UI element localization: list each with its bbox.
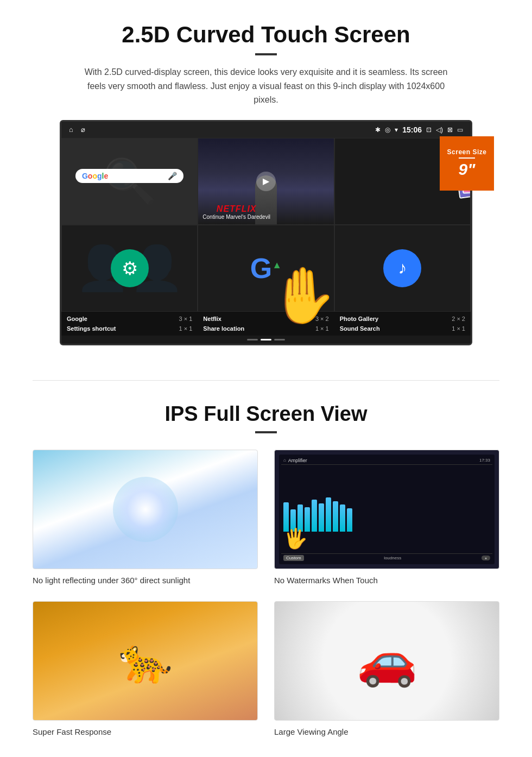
location-icon: ◎: [385, 126, 390, 134]
google-label-size: 3 × 1: [179, 316, 193, 322]
google-mic-icon[interactable]: 🎤: [168, 172, 177, 180]
sound-search-cell[interactable]: ♪: [334, 225, 471, 312]
section1-description: With 2.5D curved-display screen, this de…: [81, 65, 451, 107]
features-grid: No light reflecting under 360° direct su…: [33, 450, 499, 736]
section-divider: [33, 380, 499, 381]
amp-footer: Custom loudness ●: [281, 553, 492, 562]
amp-custom-label: Custom: [283, 555, 304, 561]
settings-label-name: Settings shortcut: [67, 325, 116, 332]
badge-size: 9": [459, 160, 476, 179]
netflix-play-button[interactable]: ▶: [256, 172, 276, 191]
feature-watermarks: ⌂ Amplifier 17:33 🖐 Custom loudness ●: [274, 450, 499, 585]
amp-title: Amplifier: [288, 458, 307, 463]
page-dot-1: [247, 339, 258, 340]
cheetah-icon: 🐆: [118, 635, 173, 686]
settings-inner: ⚙: [62, 225, 197, 311]
share-inner: G▲ 🤚: [198, 225, 333, 311]
car-icon: 🚗: [357, 632, 417, 689]
home-icon: ⌂: [69, 125, 73, 134]
title-divider: [255, 53, 277, 55]
feature-sunlight: No light reflecting under 360° direct su…: [33, 450, 258, 585]
badge-divider: [459, 157, 475, 159]
feature-fast: 🐆 Super Fast Response: [33, 601, 258, 736]
netflix-app-cell[interactable]: ▶ NETFLIX Continue Marvel's Daredevil: [198, 138, 334, 225]
amp-bar: [340, 504, 345, 532]
gallery-label-name: Photo Gallery: [340, 316, 379, 322]
amp-loudness-label: loudness: [384, 556, 401, 560]
watermarks-caption: No Watermarks When Touch: [274, 576, 499, 585]
netflix-logo: NETFLIX: [202, 204, 270, 214]
amp-home-icon: ⌂: [283, 458, 286, 463]
section-ips: IPS Full Screen View No light reflecting…: [0, 402, 532, 757]
gallery-label: Photo Gallery 2 × 2: [334, 314, 471, 324]
google-search-bar[interactable]: Google 🎤: [75, 169, 183, 183]
camera-icon: ⊡: [426, 126, 432, 134]
amp-bar: [326, 497, 331, 532]
device-screen: ⌂ ⌀ ✱ ◎ ▾ 15:06 ⊡ ◁) ⊠ ▭ 🔍: [60, 120, 472, 345]
sound-label-name: Sound Search: [340, 325, 380, 332]
section1-title: 2.5D Curved Touch Screen: [33, 22, 499, 48]
sunlight-image: [33, 450, 258, 569]
amp-toggle[interactable]: ●: [482, 556, 490, 560]
section2-title: IPS Full Screen View: [33, 402, 499, 426]
status-bar-left: ⌂ ⌀: [69, 125, 85, 134]
settings-icon-circle: ⚙: [111, 249, 149, 287]
feature-view-angle: 🚗 Large Viewing Angle: [274, 601, 499, 736]
app-grid: 🔍 Google 🎤 ▶: [61, 138, 471, 312]
netflix-label-name: Netflix: [203, 316, 221, 322]
amp-time: 17:33: [479, 458, 490, 463]
section-curved-screen: 2.5D Curved Touch Screen With 2.5D curve…: [0, 0, 532, 358]
hand-pointer-icon: 🤚: [269, 263, 337, 327]
amp-hand-icon: 🖐: [283, 527, 308, 550]
badge-title: Screen Size: [447, 148, 487, 156]
bluetooth-icon: ✱: [375, 126, 381, 134]
volume-icon: ◁): [436, 126, 443, 134]
page-dot-2: [261, 339, 271, 340]
usb-icon: ⌀: [81, 125, 85, 134]
google-inner: Google 🎤: [62, 138, 197, 224]
status-bar: ⌂ ⌀ ✱ ◎ ▾ 15:06 ⊡ ◁) ⊠ ▭: [61, 122, 471, 138]
amplifier-image: ⌂ Amplifier 17:33 🖐 Custom loudness ●: [274, 450, 499, 569]
music-note-icon: ♪: [398, 258, 407, 278]
share-location-cell[interactable]: G▲ 🤚: [198, 225, 334, 312]
google-logo: Google: [82, 172, 108, 180]
sound-label-size: 1 × 1: [452, 325, 465, 332]
settings-label: Settings shortcut 1 × 1: [61, 324, 198, 333]
amp-bar: [312, 500, 317, 532]
google-label-name: Google: [67, 316, 87, 322]
fast-caption: Super Fast Response: [33, 727, 258, 736]
amp-bar: [347, 508, 352, 532]
google-app-cell[interactable]: 🔍 Google 🎤: [61, 138, 198, 225]
netflix-overlay: NETFLIX Continue Marvel's Daredevil: [198, 200, 275, 224]
amp-bars: [281, 467, 492, 532]
settings-shortcut-cell[interactable]: 👤👤 ⚙: [61, 225, 198, 312]
screen-size-badge: Screen Size 9": [440, 136, 494, 191]
share-label-name: Share location: [203, 325, 244, 332]
page-indicator: [61, 336, 471, 344]
amp-bar: [319, 503, 324, 532]
close-icon: ⊠: [447, 126, 453, 134]
window-icon: ▭: [457, 126, 463, 134]
view-angle-caption: Large Viewing Angle: [274, 727, 499, 736]
status-time: 15:06: [402, 125, 422, 134]
amp-hand-area: 🖐: [281, 533, 492, 551]
wifi-icon: ▾: [395, 126, 398, 134]
gear-icon: ⚙: [122, 257, 138, 279]
cheetah-image: 🐆: [33, 601, 258, 721]
sound-icon-circle: ♪: [383, 249, 421, 287]
sound-label: Sound Search 1 × 1: [334, 324, 471, 333]
settings-label-size: 1 × 1: [179, 325, 193, 332]
status-bar-right: ✱ ◎ ▾ 15:06 ⊡ ◁) ⊠ ▭: [375, 125, 463, 134]
sound-inner: ♪: [335, 225, 470, 311]
page-dot-3: [274, 339, 285, 340]
sunlight-caption: No light reflecting under 360° direct su…: [33, 576, 258, 585]
sun-glow: [113, 477, 178, 542]
netflix-subtitle: Continue Marvel's Daredevil: [202, 214, 270, 220]
google-label: Google 3 × 1: [61, 314, 198, 324]
amp-header: ⌂ Amplifier 17:33: [281, 457, 492, 465]
amp-bar: [333, 501, 338, 532]
device-frame: ⌂ ⌀ ✱ ◎ ▾ 15:06 ⊡ ◁) ⊠ ▭ 🔍: [60, 120, 472, 345]
car-image: 🚗: [274, 601, 499, 721]
section2-divider: [255, 431, 277, 433]
gallery-label-size: 2 × 2: [452, 316, 465, 322]
